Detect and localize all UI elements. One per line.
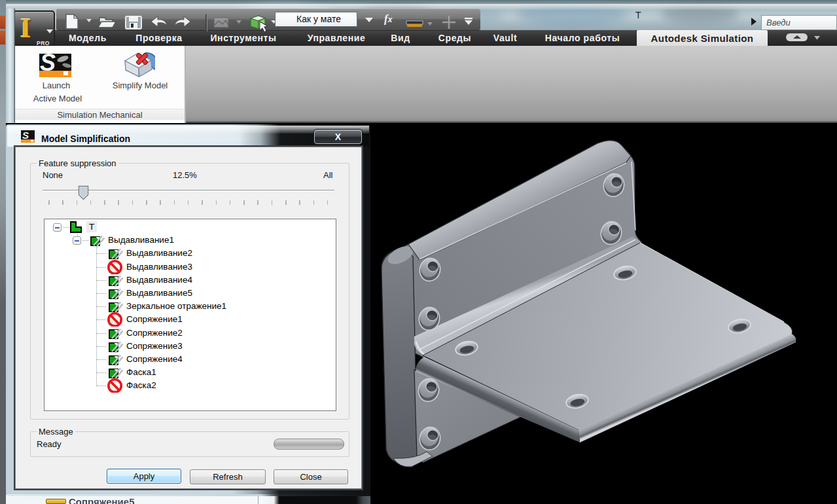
svg-text:S: S	[22, 130, 29, 141]
